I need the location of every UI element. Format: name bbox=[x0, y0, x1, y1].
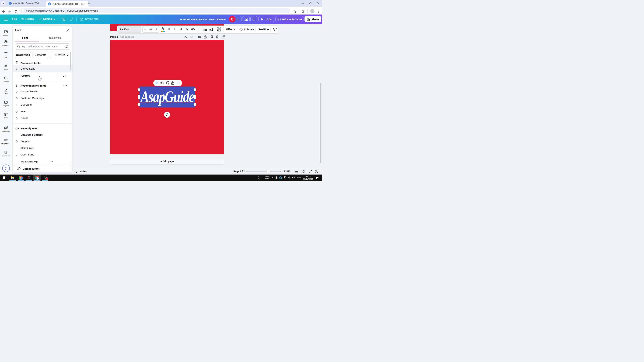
svg-text:C: C bbox=[10, 2, 11, 4]
svg-text:?: ? bbox=[316, 170, 317, 173]
svg-text:co: co bbox=[5, 66, 7, 67]
svg-text:C: C bbox=[49, 3, 50, 5]
